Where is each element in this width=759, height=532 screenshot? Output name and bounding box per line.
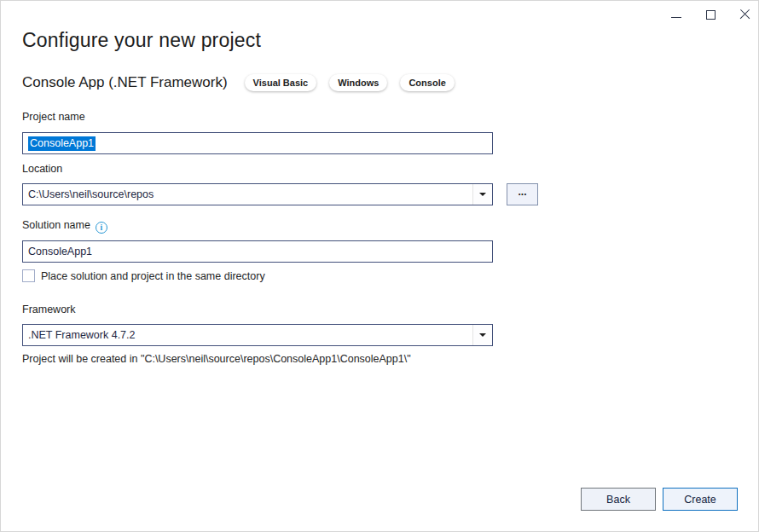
- minimize-button[interactable]: [669, 8, 683, 21]
- close-button[interactable]: [738, 8, 751, 21]
- close-icon: [739, 9, 750, 20]
- solution-name-label: Solution namei: [22, 219, 107, 234]
- framework-label: Framework: [22, 304, 76, 315]
- location-label: Location: [22, 163, 62, 175]
- template-row: Console App (.NET Framework) Visual Basi…: [22, 74, 467, 91]
- same-directory-label[interactable]: Place solution and project in the same d…: [41, 270, 265, 282]
- maximize-button[interactable]: [704, 8, 717, 21]
- back-button[interactable]: Back: [581, 488, 656, 511]
- same-directory-row: Place solution and project in the same d…: [22, 269, 265, 282]
- project-name-label: Project name: [22, 111, 85, 123]
- chevron-down-icon: [479, 193, 486, 196]
- solution-name-input[interactable]: ConsoleApp1: [22, 240, 493, 263]
- framework-dropdown-button[interactable]: [472, 325, 492, 345]
- configure-project-dialog: Configure your new project Console App (…: [0, 0, 759, 532]
- minimize-icon: [671, 17, 681, 18]
- info-icon[interactable]: i: [96, 222, 107, 234]
- maximize-icon: [706, 10, 716, 20]
- project-name-selected-text: ConsoleApp1: [28, 136, 96, 151]
- framework-combobox[interactable]: .NET Framework 4.7.2: [22, 324, 493, 346]
- tag-platform: Windows: [329, 74, 387, 91]
- output-path-note: Project will be created in "C:\Users\nei…: [22, 353, 411, 365]
- tag-language: Visual Basic: [245, 74, 317, 91]
- template-name: Console App (.NET Framework): [22, 74, 228, 91]
- page-title: Configure your new project: [22, 29, 261, 52]
- titlebar-controls: [669, 6, 751, 23]
- solution-name-value: ConsoleApp1: [28, 246, 92, 257]
- solution-name-label-text: Solution name: [22, 219, 90, 231]
- chevron-down-icon: [479, 333, 486, 337]
- tag-project-type: Console: [400, 74, 454, 91]
- same-directory-checkbox[interactable]: [22, 269, 35, 282]
- framework-value: .NET Framework 4.7.2: [28, 329, 472, 341]
- location-combobox[interactable]: C:\Users\neil\source\repos: [22, 183, 493, 205]
- browse-location-button[interactable]: ...: [507, 183, 538, 205]
- create-button[interactable]: Create: [663, 488, 738, 511]
- location-dropdown-button[interactable]: [472, 184, 492, 205]
- location-value: C:\Users\neil\source\repos: [28, 188, 472, 200]
- project-name-input[interactable]: ConsoleApp1: [22, 132, 493, 154]
